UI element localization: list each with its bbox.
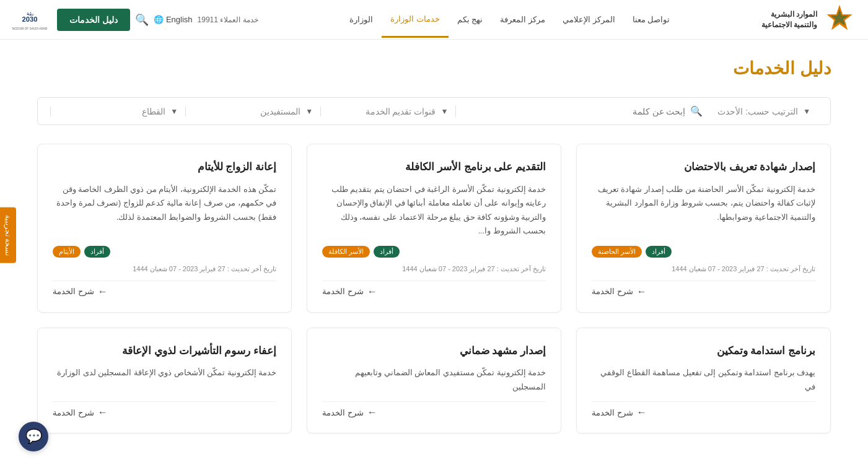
vision-2030-logo: رؤية 2030 KINGDOM OF SAUDI ARABIA: [12, 5, 47, 35]
beta-tab: نسخة تجريبية: [0, 207, 16, 263]
svg-text:KINGDOM OF SAUDI ARABIA: KINGDOM OF SAUDI ARABIA: [12, 27, 47, 30]
svg-text:2030: 2030: [22, 15, 38, 23]
service-card: إصدار شهادة تعريف بالاحتضانخدمة إلكتروني…: [576, 144, 831, 313]
tag-label: الأسر الكافلة: [322, 246, 370, 258]
beneficiaries-chevron-icon: ▼: [305, 107, 313, 116]
card-date: تاريخ آخر تحديث : 27 فبراير 2023 - 07 شع…: [53, 265, 276, 273]
tag-label: أفراد: [646, 246, 672, 258]
card-detail-link[interactable]: ←شرح الخدمة: [53, 407, 108, 418]
card-link-arrow-icon: ←: [367, 286, 377, 297]
card-link-label: شرح الخدمة: [53, 408, 94, 417]
logo-text: الموارد البشرية والتنمية الاجتماعية: [761, 9, 817, 30]
card-tags: الأسر الحاضنةأفراد: [592, 246, 815, 258]
card-title: إعفاء رسوم التأشيرات لذوي الإعاقة: [53, 343, 276, 359]
nav-item-contact[interactable]: تواصل معنا: [624, 2, 679, 37]
sort-label: الترتيب حسب: الأحدث: [717, 107, 798, 116]
card-detail-link[interactable]: ←شرح الخدمة: [592, 286, 647, 297]
nav-item-services[interactable]: خدمات الوزارة: [382, 2, 449, 38]
card-link-arrow-icon: ←: [98, 286, 108, 297]
filters-row: القطاع ▼ المستفيدين ▼ قنوات تقديم الخدمة…: [37, 97, 831, 125]
chat-button[interactable]: 💬: [19, 422, 48, 451]
beneficiaries-label: المستفيدين: [193, 107, 300, 116]
card-footer: ←شرح الخدمة: [53, 401, 276, 418]
card-footer: ←شرح الخدمة: [322, 401, 546, 418]
logo-area: الموارد البشرية والتنمية الاجتماعية: [761, 4, 856, 36]
cards-grid: إصدار شهادة تعريف بالاحتضانخدمة إلكتروني…: [37, 144, 831, 433]
card-link-label: شرح الخدمة: [592, 408, 633, 417]
card-title: إصدار مشهد ضماني: [322, 343, 546, 359]
card-link-arrow-icon: ←: [98, 407, 108, 418]
card-link-arrow-icon: ←: [637, 407, 647, 418]
card-link-label: شرح الخدمة: [592, 287, 633, 296]
card-description: خدمة إلكترونية تمكّن الأسر الحاضنة من طل…: [592, 183, 815, 238]
card-title: إعانة الزواج للأيتام: [53, 159, 276, 175]
card-link-arrow-icon: ←: [637, 286, 647, 297]
nav-item-ncm[interactable]: نهج بكم: [449, 2, 492, 37]
card-footer: ←شرح الخدمة: [322, 281, 546, 297]
service-card: إعانة الزواج للأيتامتمكّن هذه الخدمة الإ…: [37, 144, 292, 313]
card-tags: الأيتامأفراد: [53, 246, 276, 258]
sector-filter[interactable]: القطاع ▼: [50, 107, 185, 116]
beneficiaries-filter[interactable]: المستفيدين ▼: [185, 107, 320, 116]
card-detail-link[interactable]: ←شرح الخدمة: [322, 286, 377, 297]
page-content: دليل الخدمات القطاع ▼ المستفيدين ▼ قنوات…: [0, 40, 868, 470]
card-description: خدمة إلكترونية تمكّن الأسرة الراغبة في ا…: [322, 183, 546, 238]
globe-icon: 🌐: [154, 15, 164, 24]
channels-filter[interactable]: قنوات تقديم الخدمة ▼: [320, 107, 455, 116]
sector-chevron-icon: ▼: [170, 107, 178, 116]
channels-label: قنوات تقديم الخدمة: [328, 107, 436, 116]
tag-label: أفراد: [374, 246, 400, 258]
card-detail-link[interactable]: ←شرح الخدمة: [322, 407, 377, 418]
tag-label: الأيتام: [53, 246, 81, 258]
nav-item-ministry[interactable]: الوزارة: [341, 2, 382, 37]
card-description: تمكّن هذه الخدمة الإلكترونية، الأيتام من…: [53, 183, 276, 238]
card-link-arrow-icon: ←: [367, 407, 377, 418]
services-directory-button[interactable]: دليل الخدمات: [57, 9, 130, 31]
tag-label: الأسر الحاضنة: [592, 246, 642, 258]
card-tags: الأسر الكافلةأفراد: [322, 246, 546, 258]
card-title: إصدار شهادة تعريف بالاحتضان: [592, 159, 815, 175]
service-card: إعفاء رسوم التأشيرات لذوي الإعاقةخدمة إل…: [37, 328, 292, 434]
service-card: برنامج استدامة وتمكينيهدف برنامج استدامة…: [576, 328, 831, 434]
card-link-label: شرح الخدمة: [53, 287, 94, 296]
card-date: تاريخ آخر تحديث : 27 فبراير 2023 - 07 شع…: [322, 265, 546, 273]
card-title: برنامج استدامة وتمكين: [592, 343, 815, 359]
card-footer: ←شرح الخدمة: [592, 401, 815, 418]
card-detail-link[interactable]: ←شرح الخدمة: [53, 286, 108, 297]
sector-label: القطاع: [58, 107, 165, 116]
language-label: English: [166, 15, 193, 24]
navbar-right: الموارد البشرية والتنمية الاجتماعية: [761, 4, 856, 36]
card-date: تاريخ آخر تحديث : 27 فبراير 2023 - 07 شع…: [592, 265, 815, 273]
card-description: خدمة إلكترونية تمكّن مستفيدي المعاش الضم…: [322, 366, 546, 394]
sort-filter[interactable]: الترتيب حسب: الأحدث ▼: [710, 107, 818, 116]
keyword-search-area[interactable]: 🔍: [455, 105, 710, 117]
search-lang-area: رؤية 2030 KINGDOM OF SAUDI ARABIA دليل ا…: [12, 5, 258, 35]
card-title: التقديم على برنامج الأسر الكافلة: [322, 159, 546, 175]
keyword-search-input[interactable]: [463, 107, 685, 116]
search-icon: 🔍: [690, 105, 703, 117]
navbar: الموارد البشرية والتنمية الاجتماعية الوز…: [0, 0, 868, 40]
card-link-label: شرح الخدمة: [322, 408, 364, 417]
sort-chevron-icon: ▼: [803, 107, 810, 116]
service-card: إصدار مشهد ضمانيخدمة إلكترونية تمكّن مست…: [307, 328, 561, 434]
nav-links: الوزارةخدمات الوزارةنهج بكممركز المعرفةا…: [341, 2, 678, 38]
nav-item-knowledge[interactable]: مركز المعرفة: [491, 2, 554, 37]
page-title: دليل الخدمات: [37, 58, 831, 79]
tag-label: أفراد: [84, 246, 110, 258]
logo-icon: [823, 4, 856, 36]
card-footer: ←شرح الخدمة: [592, 281, 815, 297]
card-detail-link[interactable]: ←شرح الخدمة: [592, 407, 647, 418]
customer-service-label: خدمة العملاء 19911: [198, 15, 258, 24]
nav-item-media[interactable]: المركز الإعلامي: [554, 2, 624, 37]
card-description: خدمة إلكترونية تمكّن الأشخاص ذوي الإعاقة…: [53, 366, 276, 394]
search-button[interactable]: 🔍: [135, 13, 149, 27]
language-button[interactable]: English 🌐: [154, 15, 193, 24]
card-footer: ←شرح الخدمة: [53, 281, 276, 297]
card-description: يهدف برنامج استدامة وتمكين إلى تفعيل مسا…: [592, 366, 815, 394]
channels-chevron-icon: ▼: [441, 107, 448, 116]
service-card: التقديم على برنامج الأسر الكافلةخدمة إلك…: [307, 144, 561, 313]
card-link-label: شرح الخدمة: [322, 287, 364, 296]
